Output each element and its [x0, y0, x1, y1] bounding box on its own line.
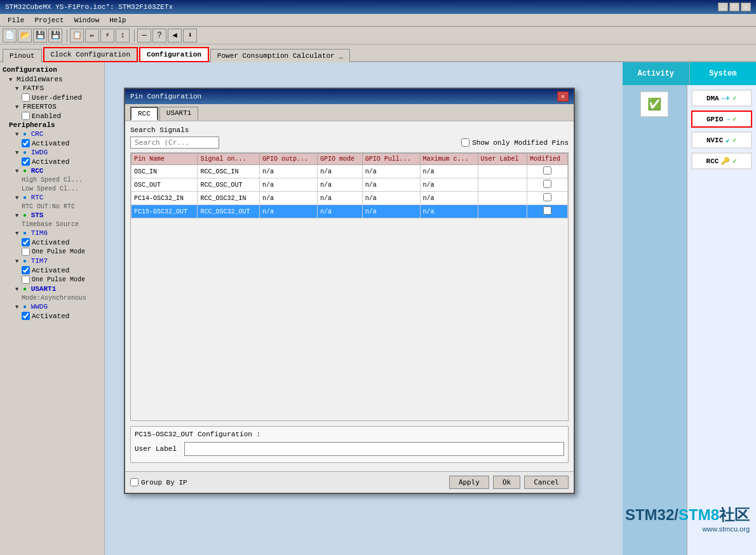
sidebar-item-usart1-mode: Mode:Asynchronous — [0, 293, 104, 302]
sidebar-item-crc[interactable]: ▼ ● CRC — [0, 130, 104, 138]
dialog-footer: Group By IP Apply Ok Cancel — [125, 471, 574, 493]
sidebar-item-crc-activated[interactable]: Activated — [0, 138, 104, 148]
sidebar-item-fatfs[interactable]: ▼ FATFS — [0, 84, 104, 93]
tim7-activated-checkbox[interactable] — [22, 266, 30, 274]
tb-edit[interactable]: ✏ — [85, 29, 99, 43]
tb-generate[interactable]: ⚡ — [100, 29, 114, 43]
sidebar-item-wwdg-activated[interactable]: Activated — [0, 311, 104, 321]
row-modified-checkbox[interactable] — [543, 206, 551, 215]
tb-down[interactable]: ⬇ — [183, 29, 197, 43]
sidebar-item-wwdg[interactable]: ▼ ● WWDG — [0, 302, 104, 311]
tb-arrows[interactable]: ↕ — [116, 29, 130, 43]
user-label-input[interactable] — [184, 442, 564, 456]
col-user-label: User Label — [478, 154, 527, 165]
table-row[interactable]: OSC_IN RCC_OSC_IN n/a n/a n/a n/a — [132, 165, 568, 178]
sidebar-item-user-defined[interactable]: User-defined — [0, 93, 104, 102]
wwdg-label: WWDG — [31, 303, 48, 311]
sts-label: STS — [31, 211, 44, 219]
show-modified-checkbox[interactable] — [461, 138, 469, 147]
sidebar-item-tim6-activated[interactable]: Activated — [0, 237, 104, 247]
sidebar-item-iwdg-activated[interactable]: Activated — [0, 157, 104, 166]
sidebar-item-iwdg[interactable]: ▼ ● IWDG — [0, 148, 104, 157]
nvic-button[interactable]: NVIC ↙ ✓ — [691, 131, 753, 149]
dialog-tab-rcc[interactable]: RCC — [130, 107, 158, 121]
table-row[interactable]: PC15-OSC32_OUT RCC_OSC32_OUT n/a n/a n/a… — [132, 205, 568, 218]
sidebar-item-rtc[interactable]: ▼ ● RTC — [0, 193, 104, 202]
menu-file[interactable]: File — [3, 15, 29, 25]
close-button[interactable]: ✕ — [741, 3, 751, 11]
activity-icon: ✅ — [647, 98, 661, 111]
dialog-tab-bar: RCC USART1 — [125, 104, 574, 121]
gpio-button[interactable]: GPIO → ✓ — [691, 110, 753, 128]
expand-icon: ▼ — [15, 131, 18, 138]
fatfs-label: FATFS — [23, 84, 44, 92]
sidebar-item-tim7-one-pulse[interactable]: One Pulse Mode — [0, 275, 104, 284]
group-by-checkbox[interactable] — [130, 478, 138, 486]
row-modified-checkbox[interactable] — [543, 166, 551, 175]
wwdg-activated-checkbox[interactable] — [22, 312, 30, 320]
row-modified-checkbox[interactable] — [543, 180, 551, 188]
tb-open[interactable]: 📂 — [18, 29, 32, 43]
tab-configuration[interactable]: Configuration — [139, 47, 209, 62]
enabled-checkbox[interactable] — [22, 112, 30, 120]
apply-button[interactable]: Apply — [449, 476, 489, 489]
tb-copy[interactable]: 📋 — [70, 29, 84, 43]
middlewares-label: MiddleWares — [17, 76, 63, 83]
tim6-activated-checkbox[interactable] — [22, 238, 30, 246]
watermark: STM32/STM8社区 www.stmcu.org — [625, 505, 750, 533]
dialog-titlebar: Pin Configuration ✕ — [125, 89, 574, 104]
tim7-one-pulse-checkbox[interactable] — [22, 276, 30, 284]
sidebar-item-sts[interactable]: ▼ ● STS — [0, 211, 104, 220]
main-area: Configuration ▼ MiddleWares ▼ FATFS User… — [0, 62, 756, 555]
menu-window[interactable]: Window — [69, 15, 105, 25]
menu-help[interactable]: Help — [104, 15, 131, 25]
tb-saveas[interactable]: 💾 — [48, 29, 62, 43]
sidebar-item-tim6-one-pulse[interactable]: One Pulse Mode — [0, 247, 104, 257]
cell-pin-name: OSC_OUT — [132, 178, 198, 192]
activity-header: Activity — [623, 62, 690, 85]
tab-bar: Pinout Clock Configuration Configuration… — [0, 44, 756, 62]
tim6-one-pulse-checkbox[interactable] — [22, 248, 30, 256]
sidebar-item-rcc[interactable]: ▼ ● RCC — [0, 166, 104, 175]
dialog-tab-usart1[interactable]: USART1 — [159, 107, 199, 121]
sidebar-item-usart1[interactable]: ▼ ● USART1 — [0, 284, 104, 293]
sidebar-item-enabled[interactable]: Enabled — [0, 111, 104, 121]
tb-minus[interactable]: — — [137, 29, 151, 43]
tb-new[interactable]: 📄 — [3, 29, 17, 43]
cancel-button[interactable]: Cancel — [524, 476, 569, 489]
tb-back[interactable]: ◀ — [168, 29, 182, 43]
row-modified-checkbox[interactable] — [543, 193, 551, 201]
rtc-label: RTC — [31, 194, 44, 201]
search-input[interactable] — [130, 137, 219, 149]
tab-pinout[interactable]: Pinout — [3, 49, 42, 62]
show-modified-row: Show only Modified Pins — [461, 138, 569, 147]
tb-save[interactable]: 💾 — [33, 29, 47, 43]
tb-help[interactable]: ? — [152, 29, 166, 43]
cell-gpio-pull: n/a — [362, 192, 420, 205]
cell-user-label — [478, 178, 527, 192]
activity-button[interactable]: ✅ — [640, 91, 668, 117]
dialog-close-button[interactable]: ✕ — [557, 91, 569, 102]
crc-activated-checkbox[interactable] — [22, 139, 30, 147]
menu-project[interactable]: Project — [29, 15, 69, 25]
sidebar-item-tim6[interactable]: ▼ ● TIM6 — [0, 229, 104, 237]
dma-button[interactable]: DMA ↔+ ✓ — [691, 90, 753, 107]
rcc-label: RCC — [31, 167, 44, 175]
sidebar-item-tim7-activated[interactable]: Activated — [0, 265, 104, 275]
minimize-button[interactable]: _ — [718, 3, 728, 11]
iwdg-activated-checkbox[interactable] — [22, 157, 30, 166]
expand-icon: ▼ — [15, 258, 18, 265]
ok-button[interactable]: Ok — [493, 476, 520, 489]
wwdg-dot: ● — [23, 304, 27, 311]
table-row[interactable]: PC14-OSC32_IN RCC_OSC32_IN n/a n/a n/a n… — [132, 192, 568, 205]
sidebar-item-tim7[interactable]: ▼ ● TIM7 — [0, 257, 104, 265]
rcc-icon: 🔑 — [721, 157, 730, 165]
tab-clock-configuration[interactable]: Clock Configuration — [43, 47, 138, 62]
maximize-button[interactable]: □ — [729, 3, 739, 11]
user-defined-checkbox[interactable] — [22, 93, 30, 102]
tab-power-consumption[interactable]: Power Consumption Calculator _ — [210, 49, 350, 62]
rcc-button[interactable]: RCC 🔑 ✓ — [691, 152, 753, 170]
nvic-icon: ↙ — [726, 136, 730, 144]
sidebar-item-freertos[interactable]: ▼ FREERTOS — [0, 102, 104, 111]
table-row[interactable]: OSC_OUT RCC_OSC_OUT n/a n/a n/a n/a — [132, 178, 568, 192]
